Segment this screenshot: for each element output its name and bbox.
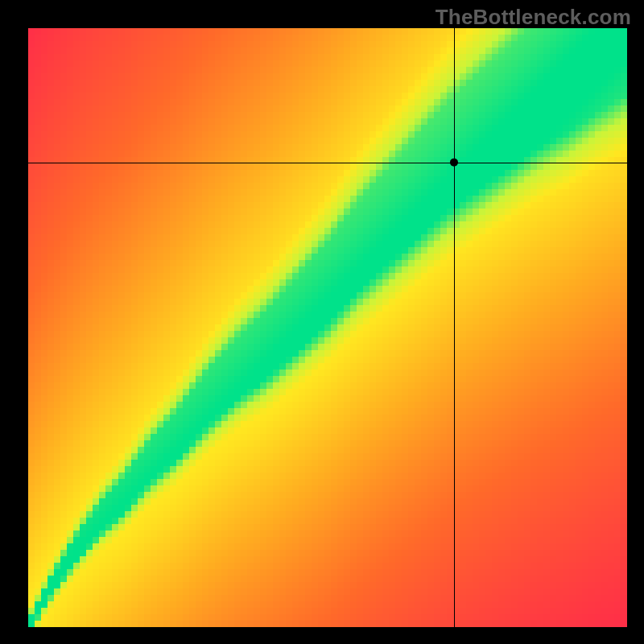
bottleneck-heatmap [0, 0, 644, 644]
watermark-text: TheBottleneck.com [436, 5, 631, 30]
chart-container: TheBottleneck.com [0, 0, 644, 644]
